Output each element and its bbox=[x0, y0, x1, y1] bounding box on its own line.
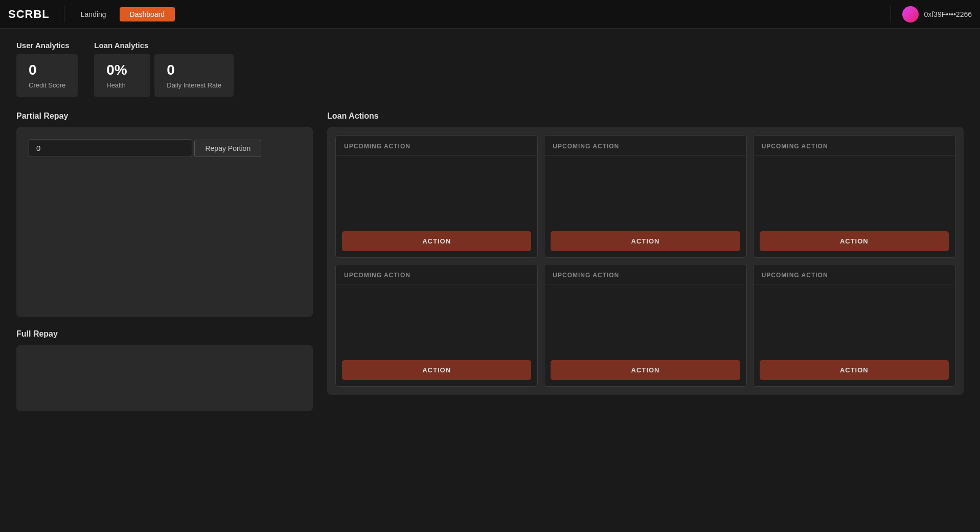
loan-action-card-5-body bbox=[544, 284, 746, 355]
loan-analytics-title: Loan Analytics bbox=[94, 41, 234, 50]
loan-action-card-3-header: UPCOMING ACTION bbox=[754, 136, 955, 156]
left-column: Partial Repay Repay Portion Full Repay bbox=[16, 112, 313, 411]
loan-action-card-1-header: UPCOMING ACTION bbox=[336, 136, 537, 156]
user-analytics-group: User Analytics 0 Credit Score bbox=[16, 41, 78, 97]
user-analytics-cards: 0 Credit Score bbox=[16, 54, 78, 97]
credit-score-card: 0 Credit Score bbox=[16, 54, 78, 97]
health-value: 0% bbox=[106, 62, 138, 78]
nav-divider-2 bbox=[891, 6, 891, 23]
repay-amount-input[interactable] bbox=[29, 139, 192, 157]
loan-action-card-2: UPCOMING ACTION ACTION bbox=[544, 135, 746, 258]
loan-action-card-5: UPCOMING ACTION ACTION bbox=[544, 264, 746, 387]
full-repay-title: Full Repay bbox=[16, 329, 313, 339]
wallet-address: 0xf39F••••2266 bbox=[924, 10, 972, 18]
landing-nav-button[interactable]: Landing bbox=[71, 7, 117, 21]
action-button-5[interactable]: ACTION bbox=[551, 360, 740, 380]
action-button-4[interactable]: ACTION bbox=[342, 360, 531, 380]
action-button-2[interactable]: ACTION bbox=[551, 231, 740, 251]
loan-action-card-5-header: UPCOMING ACTION bbox=[544, 264, 746, 284]
loan-action-card-6-body bbox=[754, 284, 955, 355]
loan-action-card-1-footer: ACTION bbox=[336, 226, 537, 257]
repay-portion-button[interactable]: Repay Portion bbox=[194, 140, 261, 157]
loan-action-card-3-body bbox=[754, 156, 955, 226]
credit-score-label: Credit Score bbox=[29, 81, 65, 89]
full-repay-box bbox=[16, 345, 313, 411]
loan-analytics-cards: 0% Health 0 Daily Interest Rate bbox=[94, 54, 234, 97]
brand-logo: SCRBL bbox=[8, 8, 50, 21]
action-button-6[interactable]: ACTION bbox=[760, 360, 949, 380]
daily-interest-card: 0 Daily Interest Rate bbox=[154, 54, 234, 97]
loan-action-card-4-footer: ACTION bbox=[336, 355, 537, 386]
loan-action-card-1-body bbox=[336, 156, 537, 226]
loan-action-card-1: UPCOMING ACTION ACTION bbox=[335, 135, 538, 258]
navbar-right: 0xf39F••••2266 bbox=[891, 6, 972, 23]
nav-divider-1 bbox=[64, 6, 64, 23]
loan-action-card-4: UPCOMING ACTION ACTION bbox=[335, 264, 538, 387]
loan-action-card-2-body bbox=[544, 156, 746, 226]
full-repay-section: Full Repay bbox=[16, 329, 313, 411]
right-column: Loan Actions UPCOMING ACTION ACTION UPCO… bbox=[327, 112, 964, 411]
wallet-avatar bbox=[902, 6, 919, 23]
loan-action-card-2-header: UPCOMING ACTION bbox=[544, 136, 746, 156]
credit-score-value: 0 bbox=[29, 62, 65, 78]
loan-action-card-6-header: UPCOMING ACTION bbox=[754, 264, 955, 284]
partial-repay-box: Repay Portion bbox=[16, 127, 313, 317]
action-button-1[interactable]: ACTION bbox=[342, 231, 531, 251]
loan-analytics-group: Loan Analytics 0% Health 0 Daily Interes… bbox=[94, 41, 234, 97]
daily-interest-label: Daily Interest Rate bbox=[167, 81, 221, 89]
analytics-row: User Analytics 0 Credit Score Loan Analy… bbox=[16, 41, 964, 97]
partial-repay-title: Partial Repay bbox=[16, 112, 313, 121]
loan-action-card-4-body bbox=[336, 284, 537, 355]
two-col-layout: Partial Repay Repay Portion Full Repay L… bbox=[16, 112, 964, 411]
dashboard-nav-button[interactable]: Dashboard bbox=[120, 7, 175, 21]
user-analytics-title: User Analytics bbox=[16, 41, 78, 50]
loan-action-card-3: UPCOMING ACTION ACTION bbox=[753, 135, 955, 258]
main-content: User Analytics 0 Credit Score Loan Analy… bbox=[0, 29, 980, 424]
loan-actions-grid: UPCOMING ACTION ACTION UPCOMING ACTION A… bbox=[327, 127, 964, 395]
daily-interest-value: 0 bbox=[167, 62, 221, 78]
loan-action-card-2-footer: ACTION bbox=[544, 226, 746, 257]
health-card: 0% Health bbox=[94, 54, 150, 97]
loan-action-card-6: UPCOMING ACTION ACTION bbox=[753, 264, 955, 387]
loan-action-card-4-header: UPCOMING ACTION bbox=[336, 264, 537, 284]
action-button-3[interactable]: ACTION bbox=[760, 231, 949, 251]
loan-action-card-3-footer: ACTION bbox=[754, 226, 955, 257]
health-label: Health bbox=[106, 81, 138, 89]
navbar: SCRBL Landing Dashboard 0xf39F••••2266 bbox=[0, 0, 980, 29]
loan-action-card-6-footer: ACTION bbox=[754, 355, 955, 386]
loan-actions-title: Loan Actions bbox=[327, 112, 964, 121]
partial-repay-section: Partial Repay Repay Portion bbox=[16, 112, 313, 317]
loan-action-card-5-footer: ACTION bbox=[544, 355, 746, 386]
